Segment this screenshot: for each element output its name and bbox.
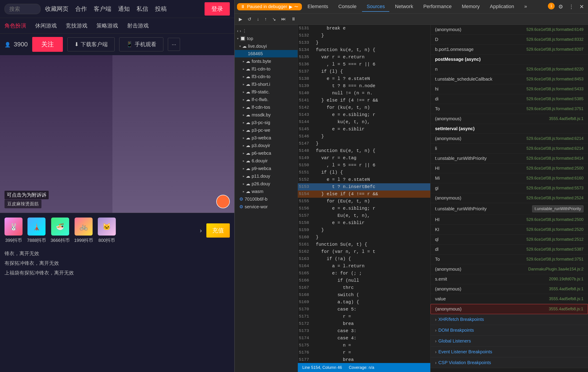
gift-item-tower[interactable]: 🗼 7888抖币 <box>27 217 46 243</box>
tree-item-lf1[interactable]: ▸ ☁ lf1-cdn-to <box>235 65 298 73</box>
tab-elements[interactable]: Elements <box>303 2 333 12</box>
recharge-button[interactable]: 充值 <box>206 223 230 238</box>
tree-item-wasm[interactable]: ▸ ☁ wasm <box>235 187 298 195</box>
tab-performance[interactable]: Performance <box>419 2 456 12</box>
tree-item-p3pc[interactable]: ▸ ☁ p3-pc-we <box>235 126 298 134</box>
tree-item-live[interactable]: ▾ ☁ live.douyi <box>235 42 298 50</box>
call-stack-item[interactable]: di529.6ce1ef38.js:formatted:5385 <box>430 94 588 104</box>
deactivate-breakpoints-button[interactable]: ⏭ <box>280 16 288 22</box>
breakpoint-section[interactable]: ›DOM Breakpoints <box>430 325 588 336</box>
breakpoint-section[interactable]: ›XHR/fetch Breakpoints <box>430 314 588 325</box>
tree-item-lfc[interactable]: ▸ ☁ lf-c-flwb. <box>235 96 298 103</box>
tree-item-70100[interactable]: ⚙ 70100b6f-b <box>235 195 298 203</box>
tree-item-p9[interactable]: ▸ ☁ p9-webca <box>235 165 298 172</box>
nav-favorites[interactable]: 收藏网页 <box>45 5 68 13</box>
gift-scroll-button[interactable]: › <box>200 227 202 234</box>
resume-icon[interactable]: ▶ <box>289 4 293 10</box>
file-tree-more[interactable]: ⋮ <box>242 28 246 33</box>
pause-on-exceptions-button[interactable]: ⏸ <box>290 16 298 22</box>
category-competitive[interactable]: 竞技游戏 <box>66 20 87 31</box>
tree-item-p3sig[interactable]: ▸ ☁ p3-pc-sig <box>235 119 298 126</box>
call-stack-item[interactable]: (anonymous)529.6ce1ef38.js:formatted:614… <box>430 25 588 35</box>
category-casual[interactable]: 休闲游戏 <box>35 20 57 31</box>
notification-icon[interactable]: 1 <box>548 3 555 10</box>
call-stack-item[interactable]: (anonymous)DanmakuPlugin.3aa4e154.js:2 <box>430 264 588 274</box>
gift-item-bike[interactable]: 🚲 1999抖币 <box>74 217 93 243</box>
nav-upload[interactable]: 投稿 <box>155 5 167 13</box>
call-stack-item[interactable]: ql529.6ce1ef38.js:formatted:2512 <box>430 235 588 245</box>
tree-item-p11[interactable]: ▸ ☁ p11.douy <box>235 172 298 180</box>
tree-item-mssdk[interactable]: ▸ ☁ mssdk.by <box>235 111 298 119</box>
step-icon[interactable]: 〜 <box>294 4 298 10</box>
tree-item-lf3-short[interactable]: ▸ ☁ lf3-short.i <box>235 80 298 88</box>
tree-item-p3dou[interactable]: ▸ ☁ p3.douyir <box>235 142 298 149</box>
file-tree-prev[interactable]: ‹ <box>237 29 238 33</box>
call-stack-item[interactable]: gi529.6ce1ef38.js:formatted:5573 <box>430 183 588 193</box>
resume-execution-button[interactable]: ▶ <box>237 16 244 23</box>
call-stack-item[interactable]: li529.6ce1ef38.js:formatted:6214 <box>430 144 588 154</box>
breakpoint-section[interactable]: ›Global Listeners <box>430 336 588 347</box>
call-stack-item[interactable]: setInterval (async) <box>430 124 588 134</box>
breakpoint-section[interactable]: ›Event Listener Breakpoints <box>430 347 588 357</box>
tree-item-p3web[interactable]: ▸ ☁ p3-webca <box>235 134 298 142</box>
call-stack-item[interactable]: D529.6ce1ef38.js:formatted:8332 <box>430 35 588 45</box>
call-stack-item[interactable]: hi529.6ce1ef38.js:formatted:5433 <box>430 84 588 94</box>
file-tree-next[interactable]: › <box>240 29 241 33</box>
close-icon[interactable]: ✕ <box>578 3 586 11</box>
nav-messages[interactable]: 私信 <box>136 5 148 13</box>
tab-memory[interactable]: Memory <box>457 2 484 12</box>
tree-item-fonts[interactable]: ▸ ☁ fonts.byte <box>235 57 298 65</box>
call-stack-item[interactable]: KI529.6ce1ef38.js:formatted:2520 <box>430 225 588 235</box>
tree-item-p26[interactable]: ▸ ☁ p26.douy <box>235 180 298 187</box>
gift-item-rabbit[interactable]: 🐰 399抖币 <box>4 217 22 243</box>
call-stack-item[interactable]: n529.6ce1ef38.js:formatted:8220 <box>430 64 588 74</box>
settings-icon[interactable]: ⚙ <box>556 3 565 11</box>
call-stack-item[interactable]: (anonymous)3555.4ad5efb8.js:1 <box>430 114 588 124</box>
download-button[interactable]: ⬇ 下载客户端 <box>67 37 115 51</box>
nav-client[interactable]: 客户端 <box>94 5 111 13</box>
call-stack-item[interactable]: s.emit2090.19dfd07b.js:1 <box>430 274 588 284</box>
video-player[interactable]: 可点击为为附诉诉 豆皮麻辣烫面筋 <box>0 55 234 213</box>
tab-network[interactable]: Network <box>390 2 418 12</box>
gift-item-cat[interactable]: 🐱 800抖币 <box>98 217 116 243</box>
call-stack-item[interactable]: (anonymous)529.6ce1ef38.js:formatted:621… <box>430 134 588 144</box>
tree-item-top[interactable]: ▾ 🔲 top <box>235 35 298 42</box>
more-button[interactable]: ··· <box>168 38 180 51</box>
call-stack-item[interactable]: HI529.6ce1ef38.js:formatted:2500 <box>430 215 588 225</box>
call-stack-item[interactable]: Mi529.6ce1ef38.js:formatted:6160 <box>430 173 588 183</box>
more-options-icon[interactable]: ⋮ <box>567 3 576 11</box>
call-stack-item[interactable]: To529.6ce1ef38.js:formatted:3751 <box>430 104 588 114</box>
login-button[interactable]: 登录 <box>205 2 230 16</box>
call-stack-item[interactable]: (anonymous)529.6ce1ef38.js:formatted:252… <box>430 193 588 203</box>
call-stack-item[interactable]: (anonymous)3555.4ad5efb8.js:1 <box>430 304 588 314</box>
tree-item-lfcdn[interactable]: ▸ ☁ lf-cdn-tos <box>235 103 298 111</box>
mobile-watch-button[interactable]: 📱 手机观看 <box>119 37 163 51</box>
tree-item-lf3-cdn[interactable]: ▸ ☁ lf3-cdn-to <box>235 73 298 80</box>
step-into-button[interactable]: ↓ <box>255 16 261 22</box>
step-over-button[interactable]: ↺ <box>246 16 253 23</box>
nav-cooperate[interactable]: 合作 <box>75 5 87 13</box>
call-stack-item[interactable]: (anonymous)3555.4ad5efb8.js:1 <box>430 284 588 294</box>
call-stack-item[interactable]: t.unstable_scheduleCallback529.6ce1ef38.… <box>430 74 588 84</box>
tree-item-p6[interactable]: ▸ ☁ p6-webca <box>235 149 298 157</box>
tree-item-service-worker[interactable]: ⚙ service-wor <box>235 203 298 211</box>
tab-sources[interactable]: Sources <box>362 2 389 12</box>
call-stack-item[interactable]: To529.6ce1ef38.js:formatted:3751 <box>430 254 588 264</box>
tab-console[interactable]: Console <box>334 2 361 12</box>
tab-more[interactable]: » <box>520 2 531 12</box>
tree-item-168465[interactable]: 168465 <box>235 50 298 57</box>
call-stack-item[interactable]: dl529.6ce1ef38.js:formatted:5387 <box>430 245 588 254</box>
search-input[interactable] <box>4 4 41 14</box>
category-strategy[interactable]: 策略游戏 <box>96 20 118 31</box>
call-stack-item[interactable]: b.port1.onmessage529.6ce1ef38.js:formatt… <box>430 45 588 54</box>
follow-button[interactable]: 关注 <box>32 37 63 52</box>
call-stack-item[interactable]: t.unstable_runWithPriority529.6ce1ef38.j… <box>430 154 588 164</box>
call-stack-item[interactable]: value3555.4ad5efb8.js:1 <box>430 294 588 304</box>
nav-notify[interactable]: 通知 <box>118 5 130 13</box>
gift-item-food[interactable]: 🍜 3666抖币 <box>51 217 70 243</box>
tab-application[interactable]: Application <box>485 2 519 12</box>
step-button[interactable]: ↘ <box>270 16 278 23</box>
step-out-button[interactable]: ↑ <box>263 16 269 22</box>
call-stack-item[interactable]: t.unstable_runWithPriority529.6ce1ef38.j… <box>430 203 588 215</box>
call-stack-item[interactable]: postMessage (async) <box>430 54 588 64</box>
